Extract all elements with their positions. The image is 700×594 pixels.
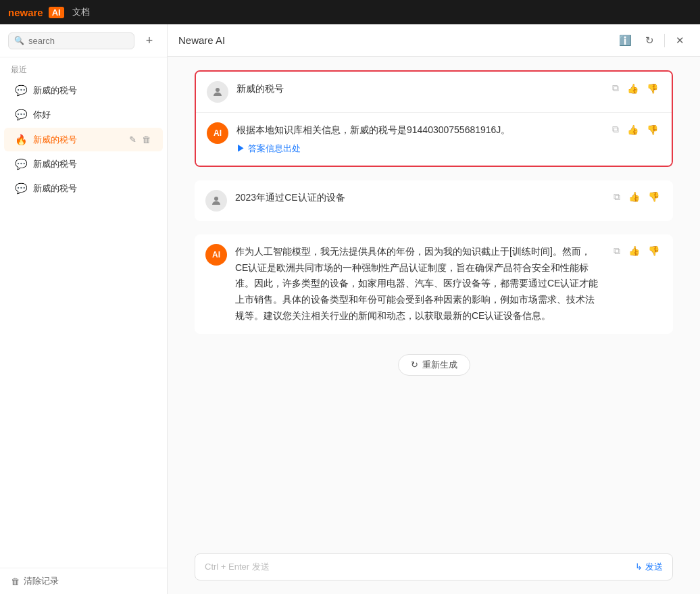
close-icon: ✕ [676,34,684,47]
title-bar: neware AI 文档 [0,0,700,24]
send-label: ↳ 发送 [635,561,663,573]
sidebar-item-label-3: 新威的税号 [33,134,122,146]
content-title: Neware AI [178,34,616,46]
ai-avatar-2: AI [207,122,228,144]
message-actions-3: ⧉ 👍 👎 [611,190,662,204]
sidebar-item-label-2: 你好 [33,109,152,121]
message-actions-4: ⧉ 👍 👎 [611,244,662,258]
ai-message-2: AI 根据本地知识库相关信息，新威的税号是91440300755681916J。… [196,112,672,166]
chat-container: 新威的税号 ⧉ 👍 👎 AI 根据本地知识库相关信息，新威的税号是9144030… [168,57,700,553]
regenerate-button[interactable]: ↻ 重新生成 [398,354,470,376]
chat-icon-4: 💬 [15,158,28,170]
highlighted-message-group: 新威的税号 ⧉ 👍 👎 AI 根据本地知识库相关信息，新威的税号是9144030… [195,70,673,167]
user-message-text-1: 新威的税号 [236,81,601,97]
regenerate-section: ↻ 重新生成 [195,347,673,389]
like-button-2[interactable]: 👍 [624,123,641,137]
ai-message-4: AI 作为人工智能模型，我无法提供具体的年份，因为我的知识截止于[训练时间]。然… [195,234,673,334]
input-area: Ctrl + Enter 发送 ↳ 发送 [168,553,700,594]
refresh-icon: ↻ [645,34,654,47]
clear-records-label: 清除记录 [24,575,59,587]
like-button-4[interactable]: 👍 [626,244,643,257]
content-header: Neware AI ℹ️ ↻ ✕ [168,24,700,57]
sidebar-item-1[interactable]: 💬 新威的税号 [4,79,163,102]
input-box: Ctrl + Enter 发送 ↳ 发送 [195,553,673,580]
header-actions: ℹ️ ↻ ✕ [616,31,689,50]
clear-records-button[interactable]: 🗑 清除记录 [0,568,167,594]
info-icon: ℹ️ [619,34,632,47]
dislike-button-2[interactable]: 👎 [644,123,661,137]
sidebar-item-3[interactable]: 🔥 新威的税号 ✎ 🗑 [4,128,163,151]
sidebar-item-actions-3: ✎ 🗑 [128,133,152,146]
dislike-button-3[interactable]: 👎 [645,190,662,203]
user-avatar-1 [207,81,228,103]
sidebar-top: 🔍 + [0,24,167,57]
copy-button-4[interactable]: ⧉ [611,244,623,258]
sidebar-item-2[interactable]: 💬 你好 [4,103,163,126]
like-button-1[interactable]: 👍 [624,82,641,95]
ai-avatar-4: AI [205,244,227,266]
content-area: Neware AI ℹ️ ↻ ✕ [168,24,700,594]
send-button[interactable]: ↳ 发送 [635,561,663,573]
sidebar-item-label-4: 新威的税号 [33,158,152,170]
delete-button-3[interactable]: 🗑 [141,133,152,146]
copy-button-1[interactable]: ⧉ [609,81,622,95]
recent-label: 最近 [0,57,167,78]
user-message-text-3: 2023年通过CE认证的设备 [235,190,603,206]
user-message-3: 2023年通过CE认证的设备 ⧉ 👍 👎 [195,180,673,221]
dislike-button-1[interactable]: 👎 [644,82,661,95]
regenerate-label: 重新生成 [422,359,457,371]
sidebar-item-label-5: 新威的税号 [33,182,152,195]
svg-point-0 [216,88,220,92]
chat-icon-1: 💬 [15,84,28,97]
user-avatar-3 [205,190,227,212]
dislike-button-4[interactable]: 👎 [645,244,662,257]
sidebar-item-5[interactable]: 💬 新威的税号 [4,177,163,200]
regenerate-icon: ↻ [411,360,418,370]
close-button[interactable]: ✕ [670,31,689,50]
user-message-1: 新威的税号 ⧉ 👍 👎 [196,72,672,112]
edit-button-3[interactable]: ✎ [128,133,138,146]
search-box[interactable]: 🔍 [8,32,134,49]
message-actions-1: ⧉ 👍 👎 [609,81,661,95]
main-layout: 🔍 + 最近 💬 新威的税号 💬 你好 🔥 新威的税号 ✎ 🗑 [0,24,700,594]
copy-button-3[interactable]: ⧉ [611,190,623,204]
search-input[interactable] [28,36,128,46]
svg-point-1 [214,197,218,201]
brand-ai: AI [49,7,64,18]
search-icon: 🔍 [14,36,24,45]
copy-button-2[interactable]: ⧉ [609,122,622,137]
ai-message-content-2: 根据本地知识库相关信息，新威的税号是91440300755681916J。 ▶ … [236,122,601,156]
answer-source-link[interactable]: ▶ 答案信息出处 [236,141,601,156]
fire-icon-3: 🔥 [15,134,28,146]
sidebar-item-label-1: 新威的税号 [33,84,152,97]
add-chat-button[interactable]: + [140,31,159,50]
message-actions-2: ⧉ 👍 👎 [609,122,661,137]
ai-message-text-2: 根据本地知识库相关信息，新威的税号是91440300755681916J。 [236,122,601,139]
ai-message-text-4: 作为人工智能模型，我无法提供具体的年份，因为我的知识截止于[训练时间]。然而，C… [235,244,603,324]
input-placeholder: Ctrl + Enter 发送 [205,561,628,573]
trash-icon: 🗑 [11,576,20,587]
sidebar: 🔍 + 最近 💬 新威的税号 💬 你好 🔥 新威的税号 ✎ 🗑 [0,24,168,594]
header-divider [664,34,665,47]
refresh-button[interactable]: ↻ [640,31,659,50]
brand-neware: neware [8,7,43,18]
like-button-3[interactable]: 👍 [626,190,643,203]
chat-icon-2: 💬 [15,109,28,121]
sidebar-item-4[interactable]: 💬 新威的税号 [4,153,163,176]
chat-icon-5: 💬 [15,182,28,195]
title-bar-doc: 文档 [72,6,90,18]
info-button[interactable]: ℹ️ [616,31,634,50]
